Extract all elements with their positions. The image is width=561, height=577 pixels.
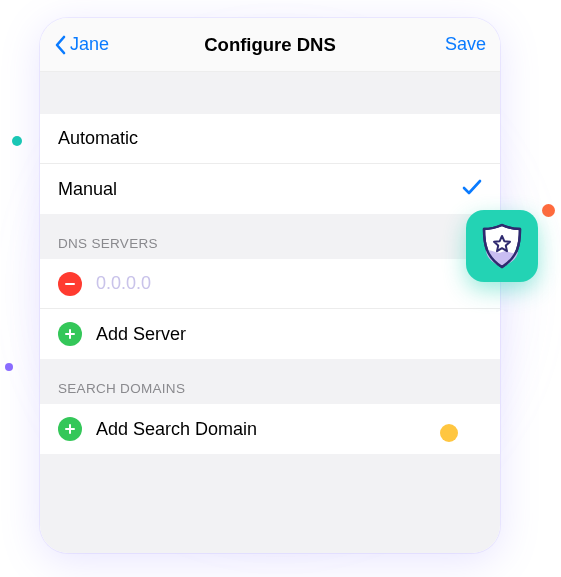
search-domains-header: SEARCH DOMAINS [40, 359, 500, 404]
dns-server-row[interactable] [40, 259, 500, 309]
dns-servers-header: DNS SERVERS [40, 214, 500, 259]
add-domain-button[interactable] [58, 417, 82, 441]
decorative-dot [12, 136, 22, 146]
content: Automatic Manual DNS SERVERS [40, 72, 500, 553]
dns-servers-group: Add Server [40, 259, 500, 359]
decorative-dot [5, 363, 13, 371]
back-label: Jane [70, 34, 109, 55]
search-domains-group: Add Search Domain [40, 404, 500, 454]
mode-option-manual[interactable]: Manual [40, 164, 500, 214]
spacer [40, 72, 500, 114]
decorative-dot [542, 204, 555, 217]
svg-rect-4 [65, 428, 75, 430]
save-button[interactable]: Save [445, 34, 486, 55]
mode-option-label: Automatic [58, 128, 138, 149]
decorative-dot [440, 424, 458, 442]
add-domain-label: Add Search Domain [96, 419, 257, 440]
back-button[interactable]: Jane [54, 34, 109, 55]
svg-rect-2 [65, 333, 75, 335]
add-server-label: Add Server [96, 324, 186, 345]
remove-server-button[interactable] [58, 272, 82, 296]
mode-option-automatic[interactable]: Automatic [40, 114, 500, 164]
app-badge [466, 210, 538, 282]
plus-icon [64, 423, 76, 435]
add-server-button[interactable] [58, 322, 82, 346]
mode-group: Automatic Manual [40, 114, 500, 214]
settings-panel: Jane Configure DNS Save Automatic Manual… [40, 18, 500, 553]
svg-rect-0 [65, 283, 75, 285]
mode-option-label: Manual [58, 179, 117, 200]
plus-icon [64, 328, 76, 340]
minus-icon [64, 278, 76, 290]
shield-star-icon [479, 222, 525, 270]
add-server-row[interactable]: Add Server [40, 309, 500, 359]
chevron-left-icon [54, 35, 68, 55]
navbar: Jane Configure DNS Save [40, 18, 500, 72]
add-domain-row[interactable]: Add Search Domain [40, 404, 500, 454]
dns-server-input[interactable] [96, 273, 482, 294]
checkmark-icon [462, 178, 482, 201]
